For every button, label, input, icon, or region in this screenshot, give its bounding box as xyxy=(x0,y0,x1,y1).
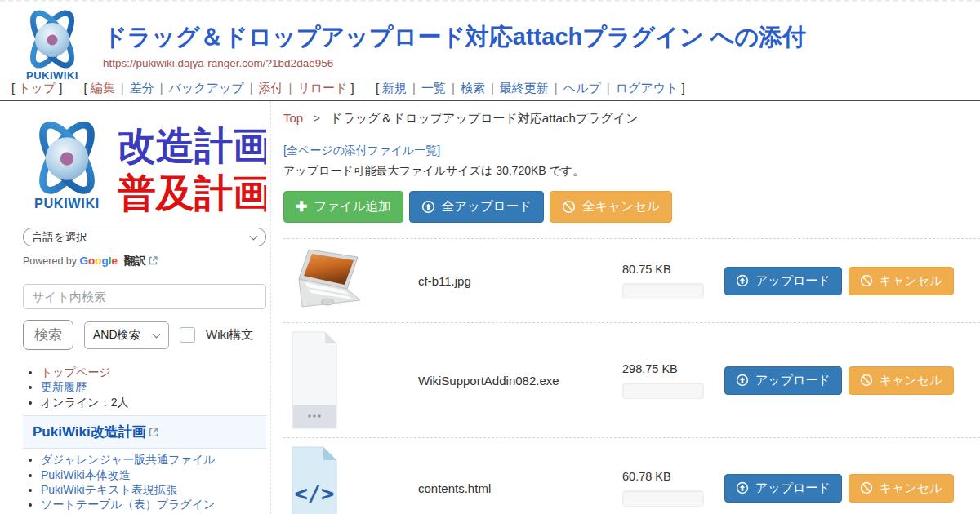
list-item: PukiWikiテキスト表現拡張 xyxy=(41,484,266,496)
wiki-syntax-checkbox[interactable] xyxy=(180,327,195,343)
file-actions: アップロード キャンセル xyxy=(724,267,954,295)
nav-link-logout[interactable]: ログアウト xyxy=(616,81,679,95)
file-size: 80.75 KB xyxy=(622,263,708,276)
upload-button[interactable]: アップロード xyxy=(724,474,842,503)
search-mode-value: AND検索 xyxy=(93,328,140,343)
search-button[interactable]: 検索 xyxy=(23,320,74,350)
upload-circle-icon xyxy=(736,481,749,494)
sidebar-heading: PukiWiki改造計画 xyxy=(23,415,266,449)
breadcrumb: Top > ドラッグ＆ドロップアップロード対応attachプラグイン xyxy=(283,111,980,126)
list-item: PukiWiki本体改造 xyxy=(41,469,266,481)
breadcrumb-home-link[interactable]: Top xyxy=(283,111,303,125)
file-size: 298.75 KB xyxy=(622,362,708,375)
file-actions: アップロード キャンセル xyxy=(724,474,954,503)
external-link-icon xyxy=(149,428,158,437)
nav-link-new[interactable]: 新規 xyxy=(382,81,407,95)
logo-line2: 普及計画 xyxy=(118,171,266,215)
cancel-all-button[interactable]: 全キャンセル xyxy=(550,191,672,223)
file-actions: アップロード キャンセル xyxy=(724,366,954,395)
nav-link-list[interactable]: 一覧 xyxy=(421,81,446,95)
cancel-label: キャンセル xyxy=(880,481,942,496)
file-row: WikiSupportAddin082.exe 298.75 KB アップロード… xyxy=(283,322,980,437)
ban-circle-icon xyxy=(860,374,873,387)
bracket: [ xyxy=(376,81,379,95)
logo-line1: 改造計画 xyxy=(118,124,266,167)
upload-all-button[interactable]: 全アップロード xyxy=(409,191,544,223)
breadcrumb-separator: > xyxy=(313,111,320,125)
max-upload-size-text: アップロード可能最大ファイルサイズは 30,720KB です。 xyxy=(283,164,980,179)
sidebar-list-top: トップページ 更新履歴 オンライン：2人 xyxy=(23,366,266,409)
language-select-value: 言語を選択 xyxy=(32,230,87,245)
upload-all-label: 全アップロード xyxy=(442,198,532,215)
upload-circle-icon xyxy=(421,200,435,214)
nav-link-diff[interactable]: 差分 xyxy=(130,81,154,95)
separator: | xyxy=(607,81,610,95)
sidebar-link-history[interactable]: 更新履歴 xyxy=(41,380,87,393)
bracket: ] xyxy=(59,81,62,95)
nav-link-recent[interactable]: 最終更新 xyxy=(500,81,549,95)
separator: | xyxy=(160,81,163,95)
sidebar: 改造計画 普及計画 言語を選択 Powered by Google 翻訳 検索 … xyxy=(23,110,266,514)
sidebar-link-sort-table[interactable]: ソートテーブル（表）プラグイン xyxy=(41,498,215,511)
bracket: ] xyxy=(351,81,354,95)
sidebar-heading-link[interactable]: PukiWiki改造計画 xyxy=(33,424,146,440)
sidebar-link-common-files[interactable]: ダジャレンジャー版共通ファイル xyxy=(41,453,216,466)
cancel-button[interactable]: キャンセル xyxy=(849,474,954,503)
file-size: 60.78 KB xyxy=(622,470,708,483)
google-logo: Google xyxy=(80,255,121,267)
site-search-input[interactable] xyxy=(23,284,266,309)
cancel-label: キャンセル xyxy=(880,373,942,388)
file-thumbnail xyxy=(283,246,418,315)
sidebar-link-toppage[interactable]: トップページ xyxy=(41,366,111,379)
page-url: https://pukiwiki.dajya-ranger.com/?1bd2d… xyxy=(103,57,333,69)
cancel-button[interactable]: キャンセル xyxy=(849,267,954,295)
plus-icon: ✚ xyxy=(296,200,307,214)
upload-label: アップロード xyxy=(755,373,831,388)
separator: | xyxy=(121,81,124,95)
nav-link-help[interactable]: ヘルプ xyxy=(564,81,601,95)
separator: | xyxy=(289,81,292,95)
bracket: ] xyxy=(681,81,684,95)
upload-button[interactable]: アップロード xyxy=(724,267,842,295)
pukiwiki-atom-icon[interactable] xyxy=(20,7,85,83)
google-letter: g xyxy=(102,255,109,267)
nav-link-attach[interactable]: 添付 xyxy=(259,81,283,95)
nav-link-edit[interactable]: 編集 xyxy=(91,81,115,95)
nav-link-top[interactable]: トップ xyxy=(18,81,56,95)
nav-group-top: [トップ] xyxy=(8,81,65,95)
search-controls: 検索 AND検索 Wiki構文 xyxy=(23,320,266,350)
sidebar-link-core-mod[interactable]: PukiWiki本体改造 xyxy=(41,468,131,481)
svg-text:</>: </> xyxy=(295,481,335,506)
file-row: cf-b11.jpg 80.75 KB アップロード キャンセル xyxy=(283,238,980,322)
cancel-label: キャンセル xyxy=(880,273,942,289)
search-mode-select[interactable]: AND検索 xyxy=(84,321,169,349)
google-letter: G xyxy=(80,255,89,267)
upload-circle-icon xyxy=(736,374,749,387)
upload-button[interactable]: アップロード xyxy=(724,366,842,395)
nav-link-search[interactable]: 検索 xyxy=(461,81,485,95)
sidebar-link-text-ext[interactable]: PukiWikiテキスト表現拡張 xyxy=(41,483,177,496)
wiki-syntax-label: Wiki構文 xyxy=(206,327,253,343)
nav-link-backup[interactable]: バックアップ xyxy=(169,81,244,95)
ban-circle-icon xyxy=(562,200,576,214)
separator: | xyxy=(412,81,416,95)
file-name: WikiSupportAddin082.exe xyxy=(418,374,622,388)
separator: | xyxy=(491,81,494,95)
nav-group-page: [編集|差分|バックアップ|添付|リロード] xyxy=(81,81,358,95)
list-item: ソートテーブル（表）プラグイン xyxy=(41,498,266,511)
online-count: オンライン：2人 xyxy=(41,396,128,409)
language-select[interactable]: 言語を選択 xyxy=(23,228,266,246)
add-files-button[interactable]: ✚ ファイル追加 xyxy=(283,191,403,223)
laptop-photo-thumbnail xyxy=(291,246,366,315)
sidebar-logo[interactable]: 改造計画 普及計画 xyxy=(23,110,266,216)
google-translate-link[interactable]: 翻訳 xyxy=(124,255,146,267)
bracket: [ xyxy=(84,81,87,95)
chevron-down-icon xyxy=(153,330,161,338)
file-name: cf-b11.jpg xyxy=(418,274,622,288)
generic-file-icon xyxy=(291,330,338,430)
cancel-button[interactable]: キャンセル xyxy=(849,366,954,395)
all-attachments-link[interactable]: [全ページの添付ファイル一覧] xyxy=(283,144,440,158)
file-row: </> contents.html 60.78 KB アップロード キャンセル xyxy=(283,437,980,514)
nav-link-reload[interactable]: リロード xyxy=(297,81,347,95)
upload-label: アップロード xyxy=(755,273,831,289)
